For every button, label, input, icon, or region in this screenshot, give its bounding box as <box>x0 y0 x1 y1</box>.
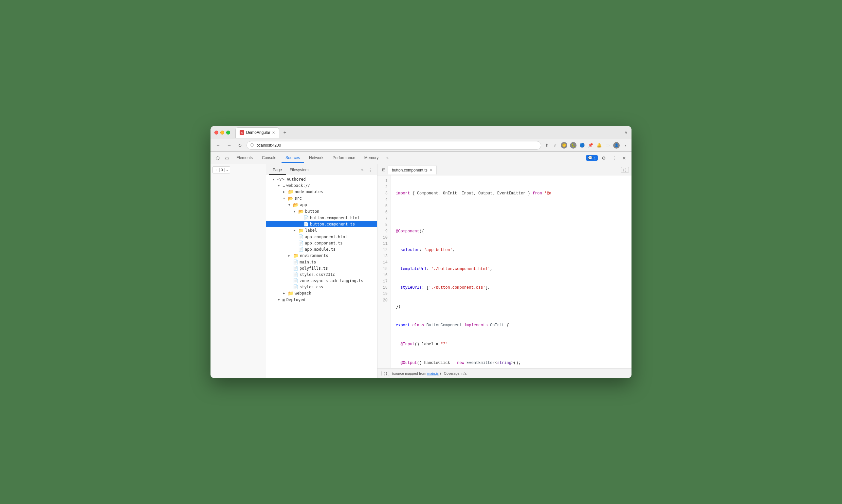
main-ts-label: main.ts <box>300 260 316 265</box>
folder-icon: 📂 <box>293 202 299 208</box>
arrow-icon: ▼ <box>294 210 297 213</box>
tree-node-modules[interactable]: ▶ 📁 node_modules <box>266 188 377 195</box>
tab-sources[interactable]: Sources <box>282 154 304 163</box>
back-button[interactable]: ← <box>214 141 222 149</box>
code-content-area[interactable]: 12345 678910 1112131415 1617181920 impor… <box>377 176 631 368</box>
extension-icon-3[interactable]: 🔔 <box>596 142 602 148</box>
sources-more-tabs[interactable]: » <box>358 166 366 174</box>
minimize-traffic-light[interactable] <box>220 130 224 134</box>
sources-tabs: Page Filesystem » ⋮ <box>266 164 377 175</box>
reload-button[interactable]: ↻ <box>236 141 244 149</box>
maximize-traffic-light[interactable] <box>226 130 230 134</box>
tree-label-folder[interactable]: ▶ 📁 label <box>266 227 377 234</box>
sources-tab-filesystem[interactable]: Filesystem <box>286 166 312 175</box>
devtools-close-btn[interactable]: ✕ <box>620 154 628 162</box>
devtools-kebab-btn[interactable]: ⋮ <box>610 154 619 162</box>
tab-performance[interactable]: Performance <box>329 154 359 163</box>
tree-styles-hash[interactable]: ▶ 📄 styles.css?231c <box>266 271 377 277</box>
arrow-icon: ▼ <box>288 203 292 206</box>
tree-button-folder[interactable]: ▼ 📂 button <box>266 208 377 215</box>
avatar-icon[interactable]: 👤 <box>613 142 620 148</box>
editor-tab-active[interactable]: button.component.ts ✕ <box>388 166 437 175</box>
devtools-toolbar: ⬡ ▭ Elements Console Sources Network Per… <box>211 152 631 164</box>
devtools-more-tabs[interactable]: » <box>384 154 391 162</box>
bookmark-icon[interactable]: ☆ <box>552 142 558 148</box>
tree-main-ts[interactable]: ▶ 📄 main.ts <box>266 259 377 265</box>
profile-icon-1[interactable]: 😊 <box>561 142 567 148</box>
zoom-plus-btn[interactable]: + <box>213 167 219 173</box>
status-format-btn[interactable]: { } <box>381 371 389 376</box>
traffic-lights <box>214 130 230 134</box>
tree-app-module[interactable]: ▶ 📄 app.module.ts <box>266 246 377 252</box>
close-traffic-light[interactable] <box>214 130 218 134</box>
notification-icon: 💬 <box>588 156 593 160</box>
tree-app[interactable]: ▼ 📂 app <box>266 202 377 208</box>
new-tab-button[interactable]: + <box>281 128 289 137</box>
tree-app-html[interactable]: ▶ 📄 app.component.html <box>266 234 377 240</box>
sources-kebab-btn[interactable]: ⋮ <box>366 166 375 174</box>
source-end: ) <box>440 372 441 375</box>
tree-environments[interactable]: ▶ 📁 environments <box>266 252 377 259</box>
address-bar[interactable]: ⓘ localhost:4200 <box>247 141 541 149</box>
tab-network[interactable]: Network <box>305 154 327 163</box>
sidebar-toggle-icon[interactable]: ▭ <box>605 142 611 148</box>
tree-polyfills[interactable]: ▶ 📄 polyfills.ts <box>266 265 377 271</box>
folder-icon: 📂 <box>298 209 304 214</box>
tree-app-ts[interactable]: ▶ 📄 app.component.ts <box>266 240 377 246</box>
browser-tab[interactable]: A DemoAngular ✕ <box>235 127 279 138</box>
share-icon[interactable]: ⬆ <box>544 142 550 148</box>
code-line-8: export class ButtonComponent implements … <box>396 322 626 328</box>
tree-button-ts[interactable]: ▶ 📄 button.component.ts <box>266 221 377 227</box>
extension-icon-2[interactable]: 📌 <box>588 142 593 148</box>
arrow-icon: ▶ <box>283 292 286 295</box>
folder-icon: 📂 <box>288 196 293 201</box>
file-icon: 📄 <box>303 215 309 220</box>
cursor-inspector-btn[interactable]: ⬡ <box>214 154 222 162</box>
source-mapped-text: (source mapped from <box>392 372 426 375</box>
tab-elements[interactable]: Elements <box>232 154 257 163</box>
source-link[interactable]: main.js <box>427 372 439 375</box>
arrow-icon: ▼ <box>278 184 281 187</box>
tab-console[interactable]: Console <box>258 154 280 163</box>
file-icon: 📄 <box>293 284 298 289</box>
tree-authored[interactable]: ▼ </> Authored <box>266 176 377 182</box>
button-folder-label: button <box>305 209 319 214</box>
tab-close-btn[interactable]: ✕ <box>272 130 275 135</box>
devtools-panel: ⬡ ▭ Elements Console Sources Network Per… <box>211 151 631 378</box>
tree-styles-css[interactable]: ▶ 📄 styles.css <box>266 284 377 290</box>
page-viewer-sidebar: + 0 - <box>211 164 266 378</box>
line-numbers: 12345 678910 1112131415 1617181920 <box>377 176 391 368</box>
arrow-icon: ▶ <box>294 229 297 232</box>
code-line-5: templateUrl: './button.component.html', <box>396 266 626 272</box>
tree-webpack-folder[interactable]: ▶ 📁 webpack <box>266 290 377 296</box>
cloud-icon: ☁ <box>283 183 285 188</box>
device-toggle-btn[interactable]: ▭ <box>223 154 231 162</box>
tree-webpack-root[interactable]: ▼ ☁ webpack:// <box>266 182 377 188</box>
zoom-minus-btn[interactable]: - <box>225 167 230 173</box>
tree-src[interactable]: ▼ 📂 src <box>266 195 377 202</box>
tree-button-html[interactable]: ▶ 📄 button.component.html <box>266 215 377 221</box>
sidebar-toggle-btn[interactable]: ⊞ <box>380 166 388 174</box>
button-html-label: button.component.html <box>310 216 360 220</box>
devtools-settings-btn[interactable]: ⚙ <box>600 154 608 162</box>
editor-tab-close-btn[interactable]: ✕ <box>430 168 432 173</box>
app-module-label: app.module.ts <box>305 247 336 252</box>
window-chevron: ∨ <box>625 130 628 135</box>
nav-icons: ⬆ ☆ 😊 🐛 🔵 📌 🔔 ▭ 👤 ⋮ <box>544 142 628 148</box>
tree-deployed[interactable]: ▼ ▣ Deployed <box>266 296 377 303</box>
nav-bar: ← → ↻ ⓘ localhost:4200 ⬆ ☆ 😊 🐛 🔵 📌 🔔 ▭ 👤… <box>211 139 631 151</box>
file-icon: 📄 <box>303 221 309 227</box>
app-ts-label: app.component.ts <box>305 241 343 246</box>
src-label: src <box>294 196 302 201</box>
pretty-print-btn[interactable]: { } <box>621 167 629 173</box>
notification-badge[interactable]: 💬 1 <box>586 155 598 161</box>
extension-icon-1[interactable]: 🔵 <box>579 142 585 148</box>
forward-button[interactable]: → <box>225 141 233 149</box>
profile-icon-2[interactable]: 🐛 <box>570 142 576 148</box>
tab-memory[interactable]: Memory <box>360 154 382 163</box>
code-line-10: @Output() handleClick = new EventEmitter… <box>396 360 626 366</box>
tree-zone-async[interactable]: ▶ 📄 zone-async-stack-tagging.ts <box>266 277 377 284</box>
sources-tab-page[interactable]: Page <box>269 166 286 175</box>
code-lines: import { Component, OnInit, Input, Outpu… <box>391 176 631 368</box>
menu-icon[interactable]: ⋮ <box>622 142 628 148</box>
